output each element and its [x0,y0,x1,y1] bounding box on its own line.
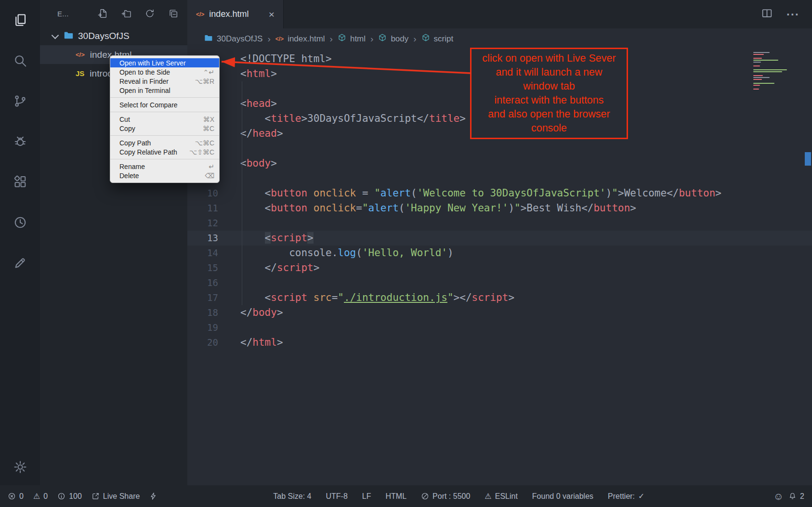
vscode-window: E... 30DaysOfJS </> index.html [0,0,812,507]
refresh-icon[interactable] [144,8,155,19]
indent-guide [242,81,242,305]
menu-separator [110,159,219,159]
collapse-folders-icon[interactable] [168,8,179,19]
error-count: 0 [19,492,24,501]
line-number: 17 [187,290,218,305]
menu-separator [110,97,219,98]
code-line-17[interactable]: 17 <script src="./introduction.js"></scr… [187,290,812,305]
notifications-button[interactable]: 2 [788,492,804,501]
breadcrumb-item-folder[interactable]: 30DaysOfJS [204,33,262,45]
prettier-indicator[interactable]: Prettier: ✓ [608,492,644,501]
code-line-12[interactable]: 12 [187,216,812,231]
context-menu: Open with Live ServerOpen to the Side⌃↵R… [110,55,220,183]
port-label: Port : 5500 [432,492,470,501]
code-line-7[interactable]: 7 [187,141,812,156]
menu-item-delete[interactable]: Delete⌫ [110,171,219,180]
problems-warnings[interactable]: ⚠ 0 [33,492,48,501]
feedback-smiley-button[interactable]: ☺ [773,491,784,501]
symbol-cube-icon [378,33,387,44]
code-line-10[interactable]: 10 <button onclick = "alert('Welcome to … [187,186,812,201]
language-indicator[interactable]: HTML [386,492,407,501]
new-file-icon[interactable] [97,8,108,19]
menu-item-open-in-terminal[interactable]: Open in Terminal [110,86,219,95]
pen-icon[interactable] [13,255,28,271]
line-number: 12 [187,216,218,231]
code-line-20[interactable]: 20</html> [187,335,812,350]
new-folder-icon[interactable] [121,8,131,19]
line-number: 11 [187,201,218,216]
code-line-11[interactable]: 11 <button onclick="alert('Happy New Yea… [187,201,812,216]
problems-errors[interactable]: 0 [8,492,24,501]
extensions-icon[interactable] [13,174,28,190]
bell-icon [788,492,797,500]
chevron-down-icon [52,31,59,39]
menu-item-open-to-the-side[interactable]: Open to the Side⌃↵ [110,67,219,77]
code-line-19[interactable]: 19 [187,320,812,335]
menu-item-copy-relative-path[interactable]: Copy Relative Path⌥⇧⌘C [110,147,219,156]
close-icon[interactable]: × [269,9,275,20]
breadcrumb-label: body [391,34,408,44]
code-line-18[interactable]: 18</body> [187,305,812,320]
menu-item-cut[interactable]: Cut⌘X [110,115,219,124]
explorer-header: E... [40,0,187,27]
tab-size-indicator[interactable]: Tab Size: 4 [273,492,311,501]
menu-item-rename[interactable]: Rename↵ [110,162,219,171]
overview-ruler-marker[interactable] [805,152,811,166]
variables-indicator[interactable]: Found 0 variables [532,492,593,501]
info-count: 100 [69,492,82,501]
eslint-indicator[interactable]: ⚠ ESLint [485,492,517,501]
eslint-label: ESLint [495,492,518,501]
menu-item-select-for-compare[interactable]: Select for Compare [110,100,219,109]
settings-gear-icon[interactable] [13,459,28,475]
line-number: 10 [187,186,218,201]
minimap[interactable] [753,52,799,91]
menu-item-copy-path[interactable]: Copy Path⌥⌘C [110,138,219,147]
menu-item-open-with-live-server[interactable]: Open with Live Server [110,58,219,67]
search-icon[interactable] [13,53,28,68]
line-number: 18 [187,305,218,320]
menu-item-reveal-in-finder[interactable]: Reveal in Finder⌥⌘R [110,77,219,86]
symbol-cube-icon [421,33,430,44]
code-line-13[interactable]: 13 <script> [187,231,812,246]
more-actions-icon[interactable]: ··· [786,8,799,21]
timeline-icon[interactable] [13,215,28,230]
line-number: 15 [187,260,218,275]
prettier-label: Prettier: [608,492,635,501]
code-line-9[interactable]: 9 [187,171,812,186]
lightning-button[interactable] [149,492,157,500]
warning-icon: ⚠ [485,493,491,500]
code-line-8[interactable]: 8<body> [187,156,812,171]
code-line-15[interactable]: 15 </script> [187,260,812,275]
sidebar-folder-30daysofjs[interactable]: 30DaysOfJS [40,27,187,45]
encoding-indicator[interactable]: UTF-8 [326,492,348,501]
warning-icon: ⚠ [33,493,40,500]
chevron-right-icon: › [267,34,270,44]
activity-bar [0,0,40,485]
folder-icon [63,30,74,43]
menu-separator [110,135,219,136]
code-line-16[interactable]: 16 [187,275,812,290]
symbol-cube-icon [338,33,346,44]
info-circle-icon [57,492,65,500]
chevron-right-icon: › [413,34,416,44]
code-line-14[interactable]: 14 console.log('Hello, World') [187,246,812,260]
breadcrumb-item-script[interactable]: script [421,33,454,44]
html-file-icon: </> [275,36,284,42]
port-indicator[interactable]: Port : 5500 [421,492,470,501]
explorer-title: E... [57,10,69,18]
tab-index-html[interactable]: </> index.html × [187,0,284,28]
live-share-icon [92,492,100,500]
run-and-debug-icon[interactable] [13,134,28,149]
explorer-icon[interactable] [13,13,28,28]
source-control-icon[interactable] [13,93,28,109]
breadcrumb-item-html[interactable]: html [338,33,366,44]
info-count-item[interactable]: 100 [57,492,82,501]
eol-indicator[interactable]: LF [362,492,371,501]
breadcrumb-item-body[interactable]: body [378,33,408,44]
split-editor-icon[interactable] [761,7,773,21]
lightning-icon [149,492,157,500]
live-share-button[interactable]: Live Share [92,492,140,501]
menu-item-copy[interactable]: Copy⌘C [110,124,219,133]
folder-name: 30DaysOfJS [78,31,130,41]
breadcrumb-item-file[interactable]: </> index.html [275,34,325,44]
